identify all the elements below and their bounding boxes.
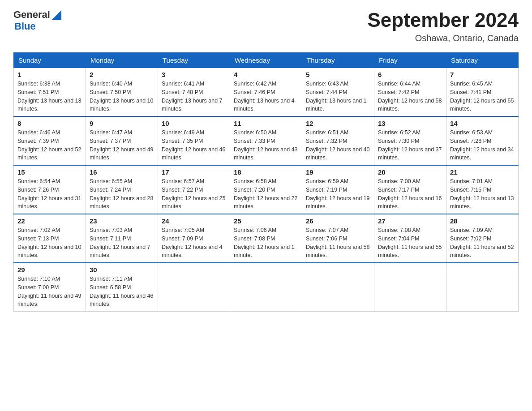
table-row: [446, 263, 519, 312]
day-info: Sunrise: 6:46 AM Sunset: 7:39 PM Dayligh…: [17, 128, 82, 162]
day-number: 9: [90, 120, 154, 127]
day-number: 30: [90, 266, 154, 274]
table-row: 2 Sunrise: 6:40 AM Sunset: 7:50 PM Dayli…: [86, 68, 158, 117]
day-number: 5: [306, 71, 370, 78]
day-info: Sunrise: 6:58 AM Sunset: 7:20 PM Dayligh…: [234, 177, 298, 211]
day-info: Sunrise: 6:59 AM Sunset: 7:19 PM Dayligh…: [306, 177, 370, 211]
table-row: 16 Sunrise: 6:55 AM Sunset: 7:24 PM Dayl…: [86, 165, 158, 214]
day-info: Sunrise: 7:03 AM Sunset: 7:11 PM Dayligh…: [90, 226, 154, 260]
day-number: 21: [450, 168, 515, 176]
table-row: 29 Sunrise: 7:10 AM Sunset: 7:00 PM Dayl…: [14, 263, 86, 312]
table-row: [302, 263, 374, 312]
col-wednesday: Wednesday: [230, 53, 302, 68]
day-info: Sunrise: 6:55 AM Sunset: 7:24 PM Dayligh…: [90, 177, 154, 211]
table-row: 30 Sunrise: 7:11 AM Sunset: 6:58 PM Dayl…: [86, 263, 158, 312]
day-number: 3: [162, 71, 226, 78]
day-info: Sunrise: 7:01 AM Sunset: 7:15 PM Dayligh…: [450, 177, 515, 211]
table-row: 5 Sunrise: 6:43 AM Sunset: 7:44 PM Dayli…: [302, 68, 374, 117]
day-number: 18: [234, 168, 298, 176]
day-number: 14: [450, 120, 515, 127]
col-monday: Monday: [86, 53, 158, 68]
day-info: Sunrise: 7:00 AM Sunset: 7:17 PM Dayligh…: [378, 177, 442, 211]
day-info: Sunrise: 7:09 AM Sunset: 7:02 PM Dayligh…: [450, 226, 515, 260]
logo-blue-text: Blue: [14, 21, 36, 32]
day-info: Sunrise: 6:45 AM Sunset: 7:41 PM Dayligh…: [450, 80, 515, 113]
table-row: 14 Sunrise: 6:53 AM Sunset: 7:28 PM Dayl…: [446, 116, 519, 165]
day-number: 17: [162, 168, 226, 176]
logo-triangle-icon: [51, 10, 61, 20]
day-number: 4: [234, 71, 298, 78]
table-row: 23 Sunrise: 7:03 AM Sunset: 7:11 PM Dayl…: [86, 214, 158, 263]
table-row: 24 Sunrise: 7:05 AM Sunset: 7:09 PM Dayl…: [158, 214, 230, 263]
calendar-week-row: 29 Sunrise: 7:10 AM Sunset: 7:00 PM Dayl…: [14, 263, 519, 312]
table-row: 1 Sunrise: 6:38 AM Sunset: 7:51 PM Dayli…: [14, 68, 86, 117]
day-number: 25: [234, 217, 298, 225]
day-number: 26: [306, 217, 370, 225]
table-row: 3 Sunrise: 6:41 AM Sunset: 7:48 PM Dayli…: [158, 68, 230, 117]
table-row: 9 Sunrise: 6:47 AM Sunset: 7:37 PM Dayli…: [86, 116, 158, 165]
col-friday: Friday: [374, 53, 446, 68]
day-info: Sunrise: 6:43 AM Sunset: 7:44 PM Dayligh…: [306, 80, 370, 113]
table-row: 22 Sunrise: 7:02 AM Sunset: 7:13 PM Dayl…: [14, 214, 86, 263]
day-info: Sunrise: 7:02 AM Sunset: 7:13 PM Dayligh…: [17, 226, 82, 260]
day-info: Sunrise: 6:54 AM Sunset: 7:26 PM Dayligh…: [17, 177, 82, 211]
day-number: 16: [90, 168, 154, 176]
table-row: 8 Sunrise: 6:46 AM Sunset: 7:39 PM Dayli…: [14, 116, 86, 165]
day-info: Sunrise: 7:08 AM Sunset: 7:04 PM Dayligh…: [378, 226, 442, 260]
col-tuesday: Tuesday: [158, 53, 230, 68]
logo-general-text: General: [13, 9, 50, 21]
calendar-week-row: 1 Sunrise: 6:38 AM Sunset: 7:51 PM Dayli…: [14, 68, 519, 117]
day-number: 19: [306, 168, 370, 176]
table-row: 19 Sunrise: 6:59 AM Sunset: 7:19 PM Dayl…: [302, 165, 374, 214]
table-row: 20 Sunrise: 7:00 AM Sunset: 7:17 PM Dayl…: [374, 165, 446, 214]
day-number: 6: [378, 71, 442, 78]
month-year-title: September 2024: [367, 9, 519, 31]
day-number: 7: [450, 71, 515, 78]
table-row: 15 Sunrise: 6:54 AM Sunset: 7:26 PM Dayl…: [14, 165, 86, 214]
day-number: 23: [90, 217, 154, 225]
table-row: 4 Sunrise: 6:42 AM Sunset: 7:46 PM Dayli…: [230, 68, 302, 117]
svg-marker-0: [51, 10, 61, 20]
day-info: Sunrise: 6:51 AM Sunset: 7:32 PM Dayligh…: [306, 128, 370, 162]
day-number: 24: [162, 217, 226, 225]
day-number: 15: [17, 168, 82, 176]
day-info: Sunrise: 6:44 AM Sunset: 7:42 PM Dayligh…: [378, 80, 442, 113]
col-thursday: Thursday: [302, 53, 374, 68]
day-info: Sunrise: 6:53 AM Sunset: 7:28 PM Dayligh…: [450, 128, 515, 162]
table-row: 6 Sunrise: 6:44 AM Sunset: 7:42 PM Dayli…: [374, 68, 446, 117]
location-subtitle: Oshawa, Ontario, Canada: [367, 33, 519, 43]
page-header: General Blue September 2024 Oshawa, Onta…: [13, 9, 519, 43]
day-number: 1: [17, 71, 82, 78]
day-number: 20: [378, 168, 442, 176]
table-row: 28 Sunrise: 7:09 AM Sunset: 7:02 PM Dayl…: [446, 214, 519, 263]
table-row: [374, 263, 446, 312]
title-block: September 2024 Oshawa, Ontario, Canada: [367, 9, 519, 43]
table-row: 7 Sunrise: 6:45 AM Sunset: 7:41 PM Dayli…: [446, 68, 519, 117]
day-info: Sunrise: 6:49 AM Sunset: 7:35 PM Dayligh…: [162, 128, 226, 162]
table-row: 10 Sunrise: 6:49 AM Sunset: 7:35 PM Dayl…: [158, 116, 230, 165]
day-info: Sunrise: 7:05 AM Sunset: 7:09 PM Dayligh…: [162, 226, 226, 260]
table-row: 25 Sunrise: 7:06 AM Sunset: 7:08 PM Dayl…: [230, 214, 302, 263]
calendar-week-row: 8 Sunrise: 6:46 AM Sunset: 7:39 PM Dayli…: [14, 116, 519, 165]
day-number: 12: [306, 120, 370, 127]
day-info: Sunrise: 6:40 AM Sunset: 7:50 PM Dayligh…: [90, 80, 154, 113]
col-saturday: Saturday: [446, 53, 519, 68]
day-info: Sunrise: 6:42 AM Sunset: 7:46 PM Dayligh…: [234, 80, 298, 113]
calendar-table: Sunday Monday Tuesday Wednesday Thursday…: [13, 52, 519, 312]
day-info: Sunrise: 7:11 AM Sunset: 6:58 PM Dayligh…: [90, 275, 154, 308]
day-number: 13: [378, 120, 442, 127]
calendar-week-row: 22 Sunrise: 7:02 AM Sunset: 7:13 PM Dayl…: [14, 214, 519, 263]
day-info: Sunrise: 7:07 AM Sunset: 7:06 PM Dayligh…: [306, 226, 370, 260]
day-info: Sunrise: 6:38 AM Sunset: 7:51 PM Dayligh…: [17, 80, 82, 113]
table-row: 21 Sunrise: 7:01 AM Sunset: 7:15 PM Dayl…: [446, 165, 519, 214]
day-info: Sunrise: 6:57 AM Sunset: 7:22 PM Dayligh…: [162, 177, 226, 211]
day-number: 8: [17, 120, 82, 127]
day-number: 10: [162, 120, 226, 127]
day-info: Sunrise: 6:52 AM Sunset: 7:30 PM Dayligh…: [378, 128, 442, 162]
table-row: [158, 263, 230, 312]
table-row: [230, 263, 302, 312]
day-number: 29: [17, 266, 82, 274]
col-sunday: Sunday: [14, 53, 86, 68]
day-number: 28: [450, 217, 515, 225]
table-row: 26 Sunrise: 7:07 AM Sunset: 7:06 PM Dayl…: [302, 214, 374, 263]
